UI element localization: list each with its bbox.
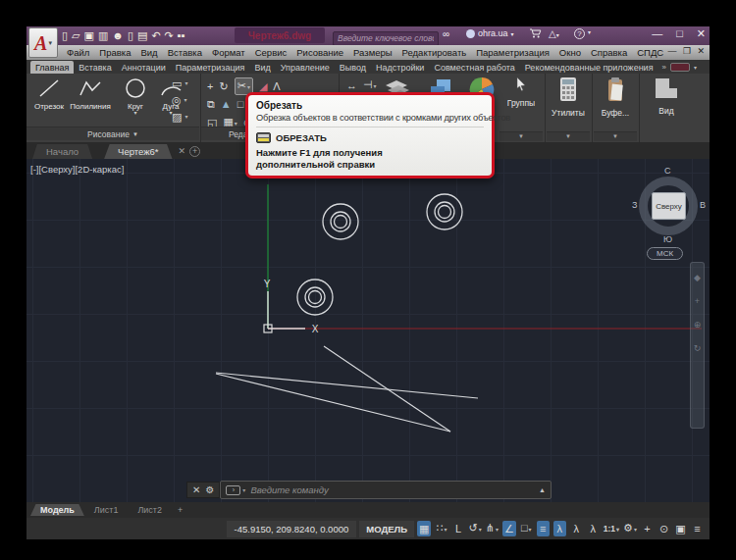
file-tab-start[interactable]: Начало: [32, 144, 92, 159]
ribbon-tab-2[interactable]: Аннотации: [117, 61, 171, 74]
chevron-down-icon[interactable]: ▾: [511, 30, 514, 37]
more-icon[interactable]: ▪▪: [178, 27, 185, 43]
steering-wheel-icon[interactable]: ◆: [694, 273, 701, 282]
ortho-icon[interactable]: L: [451, 522, 464, 535]
utilities-panel[interactable]: Утилиты ▼: [547, 74, 590, 142]
menu-item-12[interactable]: СПДС: [632, 47, 668, 58]
overflow-arrows-icon[interactable]: »: [662, 63, 666, 72]
layout-tab-1[interactable]: Лист1: [84, 504, 129, 516]
isolate-objects-icon[interactable]: ⊙: [657, 522, 670, 535]
draw-panel-footer[interactable]: Рисование ▼: [26, 127, 199, 140]
chevron-down-icon[interactable]: ▾: [184, 76, 187, 90]
expand-history-icon[interactable]: ▲: [539, 486, 546, 493]
maximize-button[interactable]: □: [676, 27, 683, 40]
hatch-icon[interactable]: ▨▾: [172, 110, 187, 124]
viewcube-south[interactable]: Ю: [663, 234, 672, 244]
annotation-scale-person-icon[interactable]: λ: [587, 522, 600, 535]
menu-item-1[interactable]: Правка: [94, 47, 135, 58]
panel-expander[interactable]: ▼: [499, 131, 543, 141]
chevron-down-icon[interactable]: ▾: [529, 527, 532, 533]
chevron-down-icon[interactable]: ▾: [634, 527, 637, 533]
app-logo[interactable]: A ▾: [28, 27, 58, 58]
rectangle-icon[interactable]: ▭▾: [172, 76, 187, 90]
panel-expander[interactable]: ▼: [594, 131, 637, 141]
annotation-visibility-icon[interactable]: λ: [553, 521, 566, 536]
new-layout-icon[interactable]: +: [178, 505, 183, 515]
viewcube[interactable]: С З В Ю Сверху МСК: [635, 167, 704, 261]
chevron-down-icon[interactable]: ▾: [444, 527, 447, 533]
model-space-indicator[interactable]: МОДЕЛЬ: [359, 521, 414, 537]
file-tab-drawing[interactable]: Чертеж6*: [104, 144, 172, 159]
annotation-scale-value[interactable]: 1:1▾: [604, 522, 619, 536]
close-button[interactable]: ✕: [697, 27, 706, 40]
user-icon[interactable]: ☻: [112, 27, 124, 43]
snap-mode-icon[interactable]: ∷▾: [435, 521, 447, 536]
record-button[interactable]: [670, 63, 690, 72]
command-input[interactable]: [250, 484, 539, 495]
ellipse-icon[interactable]: ◎▾: [172, 93, 187, 107]
menu-item-6[interactable]: Рисование: [291, 47, 348, 58]
chevron-down-icon[interactable]: ▾: [496, 527, 499, 533]
chevron-down-icon[interactable]: ▾: [242, 486, 245, 493]
dim-style-icon[interactable]: ⊣▾: [363, 77, 377, 93]
exchange-cart-icon[interactable]: [529, 28, 542, 40]
open-folder-icon[interactable]: ▱: [72, 27, 79, 43]
menu-item-8[interactable]: Редактировать: [397, 47, 472, 58]
chevron-down-icon[interactable]: ▾: [479, 527, 482, 533]
mirror-icon[interactable]: ▲: [221, 97, 232, 111]
chevron-down-icon[interactable]: ▾: [133, 111, 136, 115]
chevron-down-icon[interactable]: ▾: [184, 110, 187, 124]
chevron-down-icon[interactable]: ▾: [616, 527, 619, 533]
save-icon[interactable]: ▣: [84, 27, 94, 43]
clean-screen-icon[interactable]: ▣: [674, 522, 687, 535]
viewcube-top-face[interactable]: Сверху: [652, 192, 686, 220]
fillet-icon[interactable]: Λ: [273, 79, 280, 93]
menu-item-3[interactable]: Вставка: [163, 47, 207, 58]
ribbon-tab-1[interactable]: Вставка: [74, 61, 116, 74]
binoculars-search-icon[interactable]: ∞: [443, 28, 449, 39]
redo-icon[interactable]: ↷: [165, 27, 174, 43]
move-icon[interactable]: +: [207, 79, 213, 93]
menu-item-2[interactable]: Вид: [135, 47, 162, 58]
orbit-icon[interactable]: ↻: [694, 343, 702, 353]
wcs-badge[interactable]: МСК: [647, 247, 683, 260]
ribbon-tab-5[interactable]: Управление: [276, 61, 335, 74]
undo-icon[interactable]: ↶: [151, 27, 160, 43]
crosshair-icon[interactable]: +: [641, 522, 654, 535]
annotation-autoscale-icon[interactable]: λ: [570, 522, 583, 535]
viewcube-east[interactable]: В: [700, 200, 706, 210]
ribbon-tab-7[interactable]: Надстройки: [371, 61, 429, 74]
new-tab-icon[interactable]: +: [189, 146, 200, 157]
ribbon-tab-9[interactable]: Рекомендованные приложения: [520, 61, 658, 74]
close-icon[interactable]: ✕: [192, 484, 200, 497]
zoom-icon[interactable]: ⊕: [694, 320, 702, 330]
ribbon-tab-4[interactable]: Вид: [249, 61, 275, 74]
chevron-down-icon[interactable]: ▾: [374, 83, 377, 89]
ribbon-tab-0[interactable]: Главная: [30, 61, 74, 74]
polyline-tool[interactable]: Полилиния: [70, 76, 111, 125]
menu-item-9[interactable]: Параметризация: [471, 47, 554, 58]
plot-icon[interactable]: ▥: [98, 27, 108, 43]
ribbon-tab-8[interactable]: Совместная работа: [429, 61, 519, 74]
line-tool[interactable]: Отрезок: [28, 76, 70, 125]
erase-icon[interactable]: ◢: [259, 79, 267, 93]
layout-tab-0[interactable]: Модель: [30, 504, 84, 516]
account-signin[interactable]: ohra.ua ▾: [466, 28, 514, 38]
ribbon-tab-6[interactable]: Вывод: [335, 61, 371, 74]
menu-item-10[interactable]: Окно: [554, 47, 586, 58]
pan-icon[interactable]: +: [695, 296, 700, 306]
customize-icon[interactable]: ≡: [691, 522, 704, 535]
layout-tab-2[interactable]: Лист2: [128, 504, 172, 516]
chevron-down-icon[interactable]: ▾: [184, 93, 187, 107]
drawing-canvas[interactable]: YX [-][Сверху][2D-каркас] С З В Ю Сверху…: [26, 159, 710, 502]
osnap-tracking-icon[interactable]: ∠: [502, 521, 516, 536]
grid-display-icon[interactable]: ▦: [417, 521, 431, 536]
menu-item-4[interactable]: Формат: [207, 47, 250, 58]
sheet-icon[interactable]: ▯: [128, 27, 133, 43]
clipboard-panel[interactable]: Буфе... ▼: [594, 74, 637, 142]
viewport-controls-label[interactable]: [-][Сверху][2D-каркас]: [30, 164, 124, 175]
menu-item-0[interactable]: Файл: [62, 47, 94, 58]
view-panel[interactable]: Вид: [641, 74, 692, 142]
new-file-icon[interactable]: ▯: [62, 27, 68, 43]
close-tab-icon[interactable]: ✕: [179, 146, 186, 156]
